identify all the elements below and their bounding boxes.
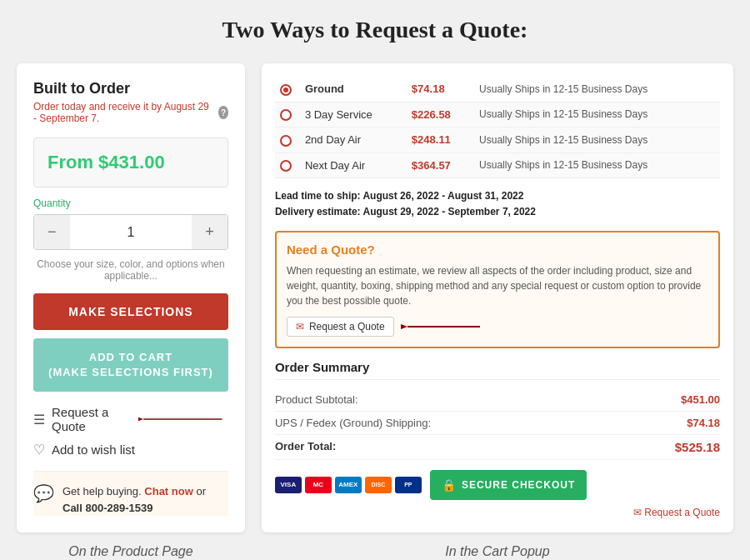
arrow-left-icon (138, 411, 228, 428)
heart-icon: ♡ (33, 442, 45, 458)
price-from: From $431.00 (48, 152, 214, 173)
paypal-icon: PP (395, 477, 422, 493)
shipping-row: UPS / Fedex (Ground) Shipping: $74.18 (275, 412, 720, 435)
request-quote-small-button[interactable]: ✉ Request a Quote (287, 317, 394, 337)
product-subtotal-row: Product Subtotal: $451.00 (275, 388, 720, 412)
left-panel: Built to Order Order today and receive i… (17, 63, 245, 532)
radio-circle[interactable] (280, 84, 292, 96)
request-quote-row: ☰ Request a Quote (33, 405, 228, 433)
product-subtotal-value: $451.00 (681, 393, 720, 406)
help-text: Get help buying. Chat now or Call 800-28… (62, 483, 206, 516)
mastercard-icon: MC (305, 477, 332, 493)
shipping-option-row[interactable]: Next Day Air$364.57Usually Ships in 12-1… (275, 152, 720, 178)
checkout-row: VISA MC AMEX DISC PP 🔒 SECURE CHECKOUT (275, 470, 720, 500)
right-panel-label: In the Cart Popup (262, 544, 733, 559)
checkout-label: SECURE CHECKOUT (462, 479, 575, 491)
right-panel: Ground$74.18Usually Ships in 12-15 Busin… (262, 63, 733, 532)
comment-icon: ☰ (33, 412, 45, 428)
shipping-option-label: Ground (300, 77, 407, 102)
price-box: From $431.00 (33, 138, 228, 188)
left-panel-label: On the Product Page (17, 544, 245, 559)
product-subtotal-label: Product Subtotal: (275, 393, 358, 406)
amex-icon: AMEX (335, 477, 362, 493)
secure-checkout-button[interactable]: 🔒 SECURE CHECKOUT (430, 470, 587, 500)
qty-value: 1 (70, 217, 192, 248)
shipping-option-price: $248.11 (407, 128, 474, 153)
shipping-value: $74.18 (687, 417, 720, 429)
shipping-options: Ground$74.18Usually Ships in 12-15 Busin… (275, 77, 720, 178)
lock-icon: 🔒 (442, 478, 457, 492)
shipping-label: UPS / Fedex (Ground) Shipping: (275, 417, 431, 429)
size-hint: Choose your size, color, and options whe… (33, 258, 228, 282)
add-to-wishlist-row: ♡ Add to wish list (33, 442, 228, 458)
order-summary-title: Order Summary (275, 360, 720, 380)
qty-minus-button[interactable]: − (34, 215, 70, 249)
shipping-option-price: $364.57 (407, 152, 474, 178)
add-to-wishlist-label[interactable]: Add to wish list (52, 442, 135, 457)
shipping-option-row[interactable]: 2nd Day Air$248.11Usually Ships in 12-15… (275, 128, 720, 153)
chat-icon: 💬 (33, 483, 54, 503)
arrow-left-quote-icon (401, 318, 484, 335)
shipping-option-row[interactable]: Ground$74.18Usually Ships in 12-15 Busin… (275, 77, 720, 102)
request-quote-bottom[interactable]: ✉ Request a Quote (275, 507, 720, 518)
total-row: Order Total: $525.18 (275, 435, 720, 460)
make-selections-button[interactable]: MAKE SELECTIONS (33, 293, 228, 330)
radio-circle[interactable] (280, 135, 292, 147)
payment-icons: VISA MC AMEX DISC PP (275, 477, 422, 493)
shipping-option-label: 3 Day Service (300, 102, 407, 128)
shipping-option-price: $226.58 (407, 102, 474, 128)
quote-box-title: Need a Quote? (287, 242, 708, 257)
order-subtitle: Order today and receive it by August 29 … (33, 101, 228, 124)
action-links: ☰ Request a Quote ♡ Add to wish l (33, 405, 228, 458)
chat-now-link[interactable]: Chat now (144, 485, 193, 498)
shipping-option-note: Usually Ships in 12-15 Business Days (474, 152, 720, 178)
total-label: Order Total: (275, 440, 336, 454)
shipping-option-note: Usually Ships in 12-15 Business Days (474, 128, 720, 153)
built-to-order-title: Built to Order (33, 80, 228, 98)
visa-icon: VISA (275, 477, 302, 493)
shipping-option-label: 2nd Day Air (300, 128, 407, 153)
qty-plus-button[interactable]: + (192, 215, 228, 249)
discover-icon: DISC (365, 477, 392, 493)
quantity-label: Quantity (33, 198, 228, 209)
shipping-option-note: Usually Ships in 12-15 Business Days (474, 102, 720, 128)
lead-time-label: Lead time to ship: August 26, 2022 - Aug… (275, 190, 524, 202)
quantity-control: − 1 + (33, 214, 228, 250)
shipping-option-price: $74.18 (407, 77, 474, 102)
add-to-cart-button[interactable]: ADD TO CART(MAKE SELECTIONS FIRST) (33, 338, 228, 392)
radio-circle[interactable] (280, 160, 292, 172)
help-box: 💬 Get help buying. Chat now or Call 800-… (33, 471, 228, 516)
page-title: Two Ways to Request a Quote: (222, 17, 528, 43)
lead-time-info: Lead time to ship: August 26, 2022 - Aug… (275, 188, 720, 220)
call-number: Call 800-289-1539 (62, 502, 152, 514)
info-icon[interactable]: ? (218, 106, 228, 119)
shipping-option-row[interactable]: 3 Day Service$226.58Usually Ships in 12-… (275, 102, 720, 128)
quote-box: Need a Quote? When requesting an estimat… (275, 231, 720, 348)
shipping-option-label: Next Day Air (300, 152, 407, 178)
quote-box-body: When requesting an estimate, we review a… (287, 263, 708, 308)
envelope-icon: ✉ (296, 321, 304, 332)
shipping-option-note: Usually Ships in 12-15 Business Days (474, 77, 720, 102)
radio-circle[interactable] (280, 109, 292, 121)
delivery-estimate-label: Delivery estimate: August 29, 2022 - Sep… (275, 206, 536, 218)
total-value: $525.18 (675, 440, 720, 454)
request-quote-label[interactable]: Request a Quote (52, 405, 125, 433)
